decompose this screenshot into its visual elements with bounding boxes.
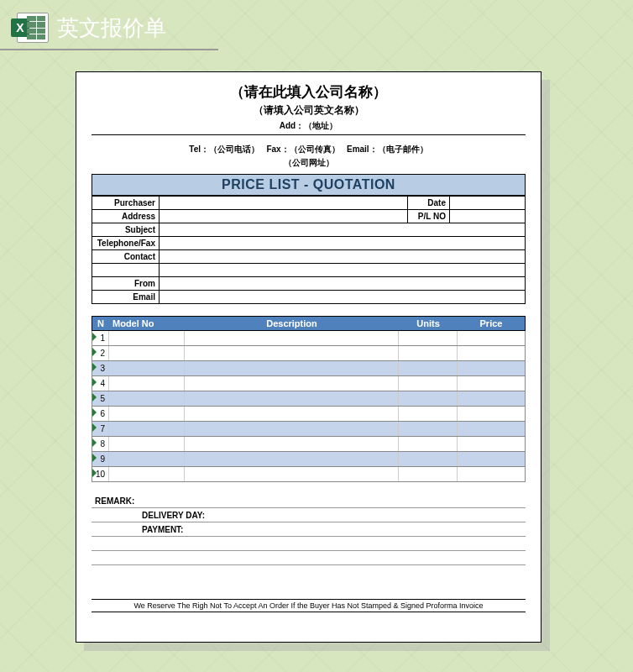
row-price[interactable] <box>458 467 525 481</box>
row-desc[interactable] <box>185 422 399 436</box>
row-n: 3 <box>92 361 109 375</box>
row-price[interactable] <box>458 391 525 406</box>
info-table: Purchaser Date Address P/L NO Subject Te… <box>92 196 526 304</box>
row-price[interactable] <box>458 331 525 345</box>
email-label: Email <box>92 291 160 304</box>
company-header: （请在此填入公司名称） （请填入公司英文名称） Add：（地址） Tel：（公司… <box>92 82 526 169</box>
payment-label: PAYMENT: <box>92 525 183 534</box>
table-row[interactable]: 2 <box>92 346 526 361</box>
email-value[interactable] <box>160 291 526 304</box>
row-model[interactable] <box>109 452 185 466</box>
plno-label: P/L NO <box>408 210 450 223</box>
page-header: 英文报价单 <box>17 13 166 43</box>
footer-note: We Reserve The Righ Not To Accept An Ord… <box>92 599 526 612</box>
row-model[interactable] <box>109 331 185 345</box>
row-units[interactable] <box>399 361 458 375</box>
row-model[interactable] <box>109 437 185 451</box>
row-price[interactable] <box>458 422 525 436</box>
table-row[interactable]: 10 <box>92 467 526 482</box>
plno-value[interactable] <box>450 210 526 223</box>
telfax-label: Telephone/Fax <box>92 237 160 250</box>
from-value[interactable] <box>160 277 526 291</box>
address-label: Address <box>92 210 160 223</box>
company-tel: Tel：（公司电话） <box>189 144 259 154</box>
company-contact-line: Tel：（公司电话） Fax：（公司传真） Email：（电子邮件） <box>92 144 526 155</box>
date-label: Date <box>408 197 450 210</box>
row-n: 4 <box>92 376 109 391</box>
row-desc[interactable] <box>185 361 399 375</box>
document: （请在此填入公司名称） （请填入公司英文名称） Add：（地址） Tel：（公司… <box>76 71 541 643</box>
row-units[interactable] <box>399 391 458 406</box>
row-desc[interactable] <box>185 331 399 345</box>
col-price-header: Price <box>458 317 525 330</box>
delivery-label: DELIVERY DAY: <box>92 511 205 520</box>
row-model[interactable] <box>109 467 185 481</box>
row-units[interactable] <box>399 376 458 391</box>
row-model[interactable] <box>109 361 185 375</box>
address-value[interactable] <box>160 210 408 223</box>
row-price[interactable] <box>458 407 525 421</box>
row-units[interactable] <box>399 422 458 436</box>
table-row[interactable]: 9 <box>92 452 526 467</box>
row-units[interactable] <box>399 407 458 421</box>
row-desc[interactable] <box>185 467 399 481</box>
table-row[interactable]: 5 <box>92 391 526 407</box>
col-desc-header: Description <box>185 317 399 330</box>
date-value[interactable] <box>450 197 526 210</box>
sheet-title: PRICE LIST - QUOTATION <box>92 174 526 196</box>
row-model[interactable] <box>109 422 185 436</box>
table-row[interactable]: 4 <box>92 376 526 391</box>
row-desc[interactable] <box>185 452 399 466</box>
items-body: 12345678910 <box>92 331 526 482</box>
row-n: 7 <box>92 422 109 436</box>
company-fax: Fax：（公司传真） <box>266 144 339 154</box>
row-desc[interactable] <box>185 376 399 391</box>
row-desc[interactable] <box>185 346 399 360</box>
purchaser-value[interactable] <box>160 197 408 210</box>
company-email: Email：（电子邮件） <box>347 144 428 154</box>
purchaser-label: Purchaser <box>92 197 160 210</box>
page-title: 英文报价单 <box>57 13 166 43</box>
subject-value[interactable] <box>160 223 526 237</box>
table-row[interactable]: 6 <box>92 407 526 422</box>
company-website: （公司网址） <box>92 157 526 169</box>
row-n: 9 <box>92 452 109 466</box>
row-n: 5 <box>92 391 109 406</box>
remark-label: REMARK: <box>92 496 134 506</box>
excel-icon <box>17 13 49 43</box>
contact-label: Contact <box>92 250 160 264</box>
table-row[interactable]: 3 <box>92 361 526 376</box>
row-n: 8 <box>92 437 109 451</box>
row-desc[interactable] <box>185 391 399 406</box>
company-name-en: （请填入公司英文名称） <box>92 103 526 118</box>
row-price[interactable] <box>458 361 525 375</box>
row-n: 6 <box>92 407 109 421</box>
row-model[interactable] <box>109 376 185 391</box>
col-model-header: Model No <box>109 317 185 330</box>
row-units[interactable] <box>399 331 458 345</box>
row-desc[interactable] <box>185 407 399 421</box>
row-price[interactable] <box>458 346 525 360</box>
col-n-header: N <box>92 317 109 330</box>
row-price[interactable] <box>458 452 525 466</box>
table-row[interactable]: 7 <box>92 422 526 437</box>
contact-value[interactable] <box>160 250 526 264</box>
row-model[interactable] <box>109 407 185 421</box>
telfax-value[interactable] <box>160 237 526 250</box>
company-address: Add：（地址） <box>92 120 526 132</box>
table-row[interactable]: 1 <box>92 331 526 346</box>
subject-label: Subject <box>92 223 160 237</box>
title-underline <box>0 49 218 50</box>
row-price[interactable] <box>458 376 525 391</box>
row-price[interactable] <box>458 437 525 451</box>
row-units[interactable] <box>399 467 458 481</box>
table-row[interactable]: 8 <box>92 437 526 452</box>
items-header: N Model No Description Units Price <box>92 316 526 331</box>
row-units[interactable] <box>399 346 458 360</box>
row-model[interactable] <box>109 391 185 406</box>
row-units[interactable] <box>399 437 458 451</box>
row-n: 10 <box>92 467 109 481</box>
row-model[interactable] <box>109 346 185 360</box>
row-units[interactable] <box>399 452 458 466</box>
row-desc[interactable] <box>185 437 399 451</box>
